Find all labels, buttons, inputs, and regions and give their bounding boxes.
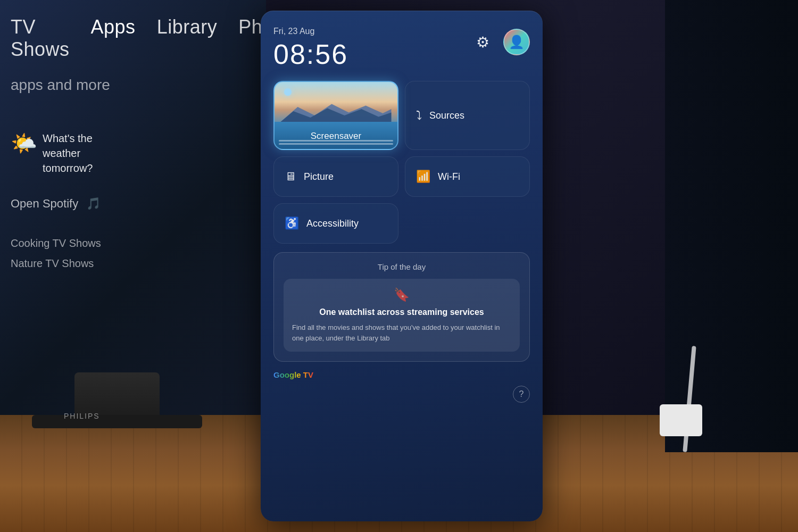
category-cooking: Cooking TV Shows — [11, 237, 255, 250]
screensaver-sun-dot — [284, 88, 292, 96]
tip-card: 🔖 One watchlist across streaming service… — [284, 279, 520, 352]
sun-icon: 🌤️ — [11, 131, 37, 156]
screensaver-label: Screensaver — [282, 131, 390, 142]
wifi-icon: 📶 — [416, 170, 430, 184]
tv-nav-shows[interactable]: TV Shows — [11, 16, 70, 61]
avatar-person-icon: 👤 — [509, 35, 525, 49]
picture-icon: 🖥 — [285, 170, 296, 184]
weather-text: What's theweathertomorrow? — [43, 131, 93, 176]
tv-content-area: 🌤️ What's theweathertomorrow? Open Spoti… — [0, 99, 266, 288]
tv-screen-left: TV Shows Apps Library Philips apps and m… — [0, 0, 266, 415]
wifi-button[interactable]: 📶 Wi-Fi — [405, 156, 530, 197]
quick-settings-panel: Fri, 23 Aug 08:56 ⚙ 👤 — [261, 11, 543, 521]
philips-brand-label: PHILIPS — [64, 412, 100, 420]
accessibility-label: Accessibility — [306, 218, 359, 229]
help-icon-area: ? — [273, 386, 530, 403]
tv-nav: TV Shows Apps Library Philips — [0, 0, 266, 71]
spotify-row[interactable]: Open Spotify 🎵 — [11, 197, 255, 211]
wave-2 — [279, 143, 393, 145]
tv-stand-base — [32, 415, 202, 428]
screensaver-sky-bg — [275, 82, 397, 122]
tv-subtitle: apps and more — [0, 71, 266, 99]
accessibility-icon: ♿ — [285, 217, 299, 230]
right-dark-area — [665, 0, 798, 452]
help-icon: ? — [519, 389, 524, 399]
tv-categories: Cooking TV Shows Nature TV Shows — [11, 237, 255, 278]
panel-header: Fri, 23 Aug 08:56 ⚙ 👤 — [273, 27, 530, 70]
wifi-label: Wi-Fi — [438, 171, 460, 182]
picture-label: Picture — [304, 171, 334, 182]
user-avatar[interactable]: 👤 — [503, 29, 530, 55]
tip-card-title: One watchlist across streaming services — [319, 307, 484, 317]
time-label: 08:56 — [273, 38, 348, 70]
spotify-label: Open Spotify — [11, 197, 78, 211]
white-device-box — [660, 404, 702, 436]
tip-section: Tip of the day 🔖 One watchlist across st… — [273, 252, 530, 362]
tip-title: Tip of the day — [284, 262, 520, 271]
accessibility-button[interactable]: ♿ Accessibility — [273, 203, 398, 244]
sources-label: Sources — [429, 110, 464, 121]
sources-button[interactable]: ⤵ Sources — [405, 81, 530, 150]
date-time-block: Fri, 23 Aug 08:56 — [273, 27, 348, 70]
date-label: Fri, 23 Aug — [273, 27, 348, 36]
google-tv-text: Google TV — [273, 370, 313, 379]
header-icons: ⚙ 👤 — [470, 29, 530, 55]
screensaver-mountains-svg — [275, 101, 397, 122]
tip-card-text: Find all the movies and shows that you'v… — [292, 322, 511, 343]
weather-card: 🌤️ What's theweathertomorrow? — [11, 131, 255, 176]
screensaver-button[interactable]: Screensaver — [273, 81, 398, 150]
settings-button[interactable]: ⚙ — [470, 30, 495, 54]
help-button[interactable]: ? — [513, 386, 530, 403]
tv-nav-apps[interactable]: Apps — [91, 16, 136, 61]
category-nature: Nature TV Shows — [11, 257, 255, 270]
tv-nav-library[interactable]: Library — [157, 16, 218, 61]
google-tv-brand: Google TV — [273, 370, 530, 379]
gear-icon: ⚙ — [476, 34, 489, 51]
sources-icon: ⤵ — [416, 109, 422, 122]
music-icon: 🎵 — [86, 197, 101, 211]
bookmark-icon: 🔖 — [394, 287, 410, 302]
picture-button[interactable]: 🖥 Picture — [273, 156, 398, 197]
quick-actions-grid: Screensaver ⤵ Sources 🖥 Picture 📶 Wi-Fi … — [273, 81, 530, 244]
